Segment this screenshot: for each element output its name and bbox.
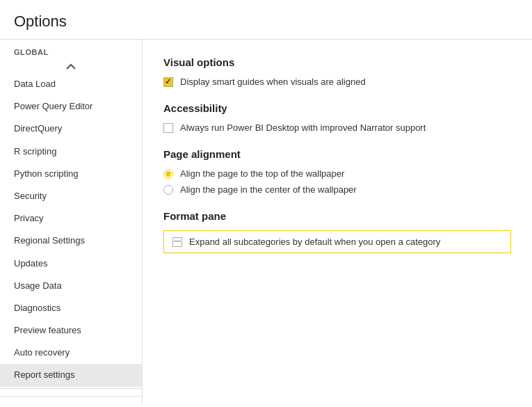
narrator-support-label: Always run Power BI Desktop with improve… <box>180 122 426 133</box>
align-top-label: Align the page to the top of the wallpap… <box>180 168 344 179</box>
page-alignment-section: Page alignment Align the page to the top… <box>163 148 511 195</box>
sidebar-item-diagnostics[interactable]: Diagnostics <box>0 297 142 319</box>
narrator-support-checkbox[interactable] <box>163 123 173 133</box>
visual-options-section: Visual options Display smart guides when… <box>163 56 511 87</box>
sidebar-item-usage-data[interactable]: Usage Data <box>0 275 142 297</box>
page-alignment-row-2: Align the page in the center of the wall… <box>163 184 511 195</box>
visual-options-row-1: Display smart guides when visuals are al… <box>163 77 511 87</box>
page-alignment-row-1: Align the page to the top of the wallpap… <box>163 168 511 179</box>
accessibility-title: Accessibility <box>163 102 511 114</box>
expand-subcategories-label: Expand all subcategories by default when… <box>189 237 440 247</box>
scroll-up-button[interactable] <box>0 61 142 73</box>
sidebar-item-regional-settings[interactable]: Regional Settings <box>0 230 142 252</box>
sidebar-item-direct-query[interactable]: DirectQuery <box>0 118 142 140</box>
page-alignment-title: Page alignment <box>163 148 511 160</box>
sidebar-item-preview-features[interactable]: Preview features <box>0 319 142 342</box>
sidebar-item-report-settings[interactable]: Report settings <box>0 364 142 386</box>
format-pane-title: Format pane <box>163 210 511 222</box>
visual-options-title: Visual options <box>163 56 511 68</box>
sidebar-item-power-query-editor[interactable]: Power Query Editor <box>0 95 142 118</box>
sidebar-item-auto-recovery[interactable]: Auto recovery <box>0 342 142 364</box>
sidebar: GLOBAL Data Load Power Query Editor Dire… <box>0 40 143 405</box>
accessibility-section: Accessibility Always run Power BI Deskto… <box>163 102 511 133</box>
display-smart-guides-checkbox[interactable] <box>163 77 173 87</box>
format-pane-section: Format pane Expand all subcategories by … <box>163 210 511 253</box>
current-file-section-header: CURRENT FILE <box>0 396 142 405</box>
sidebar-item-privacy[interactable]: Privacy <box>0 207 142 230</box>
align-center-label: Align the page in the center of the wall… <box>180 184 357 195</box>
sidebar-item-python-scripting[interactable]: Python scripting <box>0 163 142 185</box>
format-pane-box[interactable]: Expand all subcategories by default when… <box>163 230 511 253</box>
sidebar-item-updates[interactable]: Updates <box>0 253 142 275</box>
sidebar-item-r-scripting[interactable]: R scripting <box>0 141 142 163</box>
sidebar-item-security[interactable]: Security <box>0 185 142 207</box>
global-section-header: GLOBAL <box>0 40 142 61</box>
expand-subcategories-checkbox[interactable] <box>172 237 182 247</box>
align-top-radio[interactable] <box>163 169 173 179</box>
content-area: Visual options Display smart guides when… <box>143 40 532 405</box>
display-smart-guides-label: Display smart guides when visuals are al… <box>180 77 366 87</box>
sidebar-item-data-load[interactable]: Data Load <box>0 73 142 95</box>
align-center-radio[interactable] <box>163 185 173 195</box>
accessibility-row-1: Always run Power BI Desktop with improve… <box>163 122 511 133</box>
page-title: Options <box>0 0 532 40</box>
